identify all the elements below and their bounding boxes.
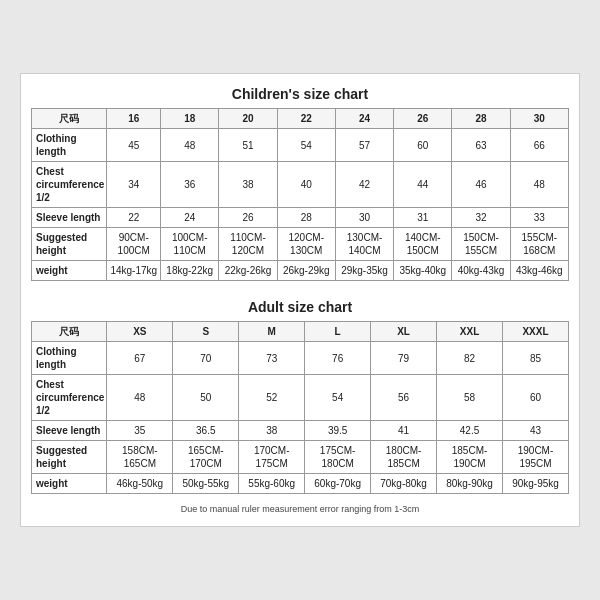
adult-col-header: XXL bbox=[437, 322, 503, 342]
adult-col-header: XL bbox=[371, 322, 437, 342]
cell: 190CM-195CM bbox=[503, 441, 569, 474]
cell: 38 bbox=[239, 421, 305, 441]
chart-container: Children's size chart 尺码1618202224262830… bbox=[20, 73, 580, 527]
row-label: weight bbox=[32, 474, 107, 494]
cell: 35 bbox=[107, 421, 173, 441]
row-label: weight bbox=[32, 261, 107, 281]
cell: 130CM-140CM bbox=[335, 228, 393, 261]
cell: 22 bbox=[107, 208, 161, 228]
cell: 90CM-100CM bbox=[107, 228, 161, 261]
cell: 41 bbox=[371, 421, 437, 441]
footer-note: Due to manual ruler measurement error ra… bbox=[31, 504, 569, 514]
cell: 60 bbox=[394, 129, 452, 162]
cell: 140CM-150CM bbox=[394, 228, 452, 261]
children-table: 尺码1618202224262830 Clothing length454851… bbox=[31, 108, 569, 281]
row-label: Suggested height bbox=[32, 441, 107, 474]
cell: 46 bbox=[452, 162, 510, 208]
cell: 185CM-190CM bbox=[437, 441, 503, 474]
table-row: Suggested height158CM-165CM165CM-170CM17… bbox=[32, 441, 569, 474]
children-col-header: 24 bbox=[335, 109, 393, 129]
cell: 54 bbox=[305, 375, 371, 421]
cell: 42.5 bbox=[437, 421, 503, 441]
cell: 70kg-80kg bbox=[371, 474, 437, 494]
cell: 40kg-43kg bbox=[452, 261, 510, 281]
cell: 90kg-95kg bbox=[503, 474, 569, 494]
table-row: weight46kg-50kg50kg-55kg55kg-60kg60kg-70… bbox=[32, 474, 569, 494]
cell: 30 bbox=[335, 208, 393, 228]
cell: 82 bbox=[437, 342, 503, 375]
cell: 38 bbox=[219, 162, 277, 208]
table-row: Chest circumference 1/248505254565860 bbox=[32, 375, 569, 421]
cell: 56 bbox=[371, 375, 437, 421]
cell: 150CM-155CM bbox=[452, 228, 510, 261]
children-col-header: 16 bbox=[107, 109, 161, 129]
children-col-header: 尺码 bbox=[32, 109, 107, 129]
cell: 36 bbox=[161, 162, 219, 208]
cell: 76 bbox=[305, 342, 371, 375]
row-label: Chest circumference 1/2 bbox=[32, 162, 107, 208]
adult-col-header: L bbox=[305, 322, 371, 342]
row-label: Chest circumference 1/2 bbox=[32, 375, 107, 421]
cell: 100CM-110CM bbox=[161, 228, 219, 261]
cell: 52 bbox=[239, 375, 305, 421]
cell: 48 bbox=[107, 375, 173, 421]
cell: 18kg-22kg bbox=[161, 261, 219, 281]
cell: 26 bbox=[219, 208, 277, 228]
adult-col-header: XXXL bbox=[503, 322, 569, 342]
cell: 42 bbox=[335, 162, 393, 208]
table-row: Suggested height90CM-100CM100CM-110CM110… bbox=[32, 228, 569, 261]
cell: 31 bbox=[394, 208, 452, 228]
cell: 14kg-17kg bbox=[107, 261, 161, 281]
cell: 50 bbox=[173, 375, 239, 421]
cell: 180CM-185CM bbox=[371, 441, 437, 474]
adult-col-header: XS bbox=[107, 322, 173, 342]
cell: 155CM-168CM bbox=[510, 228, 568, 261]
table-row: Clothing length67707376798285 bbox=[32, 342, 569, 375]
table-row: Sleeve length2224262830313233 bbox=[32, 208, 569, 228]
cell: 43 bbox=[503, 421, 569, 441]
cell: 85 bbox=[503, 342, 569, 375]
cell: 170CM-175CM bbox=[239, 441, 305, 474]
table-row: weight14kg-17kg18kg-22kg22kg-26kg26kg-29… bbox=[32, 261, 569, 281]
cell: 34 bbox=[107, 162, 161, 208]
children-col-header: 22 bbox=[277, 109, 335, 129]
cell: 73 bbox=[239, 342, 305, 375]
cell: 54 bbox=[277, 129, 335, 162]
cell: 32 bbox=[452, 208, 510, 228]
cell: 66 bbox=[510, 129, 568, 162]
cell: 35kg-40kg bbox=[394, 261, 452, 281]
adult-col-header: 尺码 bbox=[32, 322, 107, 342]
cell: 158CM-165CM bbox=[107, 441, 173, 474]
adult-col-header: M bbox=[239, 322, 305, 342]
cell: 39.5 bbox=[305, 421, 371, 441]
children-title: Children's size chart bbox=[31, 86, 569, 102]
cell: 63 bbox=[452, 129, 510, 162]
cell: 43kg-46kg bbox=[510, 261, 568, 281]
cell: 45 bbox=[107, 129, 161, 162]
cell: 36.5 bbox=[173, 421, 239, 441]
cell: 60kg-70kg bbox=[305, 474, 371, 494]
cell: 26kg-29kg bbox=[277, 261, 335, 281]
cell: 110CM-120CM bbox=[219, 228, 277, 261]
cell: 67 bbox=[107, 342, 173, 375]
cell: 48 bbox=[161, 129, 219, 162]
row-label: Clothing length bbox=[32, 342, 107, 375]
cell: 175CM-180CM bbox=[305, 441, 371, 474]
children-col-header: 26 bbox=[394, 109, 452, 129]
row-label: Suggested height bbox=[32, 228, 107, 261]
cell: 24 bbox=[161, 208, 219, 228]
children-col-header: 30 bbox=[510, 109, 568, 129]
cell: 50kg-55kg bbox=[173, 474, 239, 494]
cell: 46kg-50kg bbox=[107, 474, 173, 494]
adult-title: Adult size chart bbox=[31, 299, 569, 315]
table-row: Sleeve length3536.53839.54142.543 bbox=[32, 421, 569, 441]
table-row: Chest circumference 1/23436384042444648 bbox=[32, 162, 569, 208]
cell: 29kg-35kg bbox=[335, 261, 393, 281]
cell: 70 bbox=[173, 342, 239, 375]
cell: 57 bbox=[335, 129, 393, 162]
cell: 28 bbox=[277, 208, 335, 228]
cell: 40 bbox=[277, 162, 335, 208]
cell: 80kg-90kg bbox=[437, 474, 503, 494]
cell: 51 bbox=[219, 129, 277, 162]
table-row: Clothing length4548515457606366 bbox=[32, 129, 569, 162]
